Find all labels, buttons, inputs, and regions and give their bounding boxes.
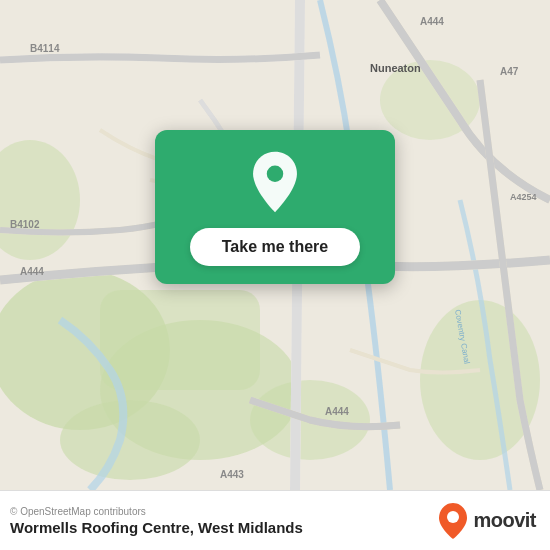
svg-rect-6 (100, 290, 260, 390)
moovit-brand-text: moovit (473, 509, 536, 532)
location-pin-icon (247, 150, 303, 214)
svg-point-8 (60, 400, 200, 480)
svg-text:A47: A47 (500, 66, 519, 77)
svg-text:B4102: B4102 (10, 219, 40, 230)
svg-point-20 (447, 511, 459, 523)
osm-attribution: © OpenStreetMap contributors (10, 506, 303, 517)
svg-text:B4114: B4114 (30, 43, 60, 54)
svg-text:A444: A444 (20, 266, 44, 277)
bottom-info: © OpenStreetMap contributors Wormells Ro… (10, 506, 303, 536)
action-card: Take me there (155, 130, 395, 284)
svg-point-19 (267, 166, 283, 182)
svg-text:A4254: A4254 (510, 192, 537, 202)
map-container: B4114 A444 A47 A4254 B4102 A444 A444 A44… (0, 0, 550, 490)
svg-text:Nuneaton: Nuneaton (370, 62, 421, 74)
moovit-pin-icon (437, 502, 469, 540)
svg-text:A443: A443 (220, 469, 244, 480)
svg-text:A444: A444 (325, 406, 349, 417)
svg-point-4 (420, 300, 540, 460)
moovit-logo: moovit (437, 502, 536, 540)
svg-text:A444: A444 (420, 16, 444, 27)
location-name: Wormells Roofing Centre, West Midlands (10, 519, 303, 536)
bottom-bar: © OpenStreetMap contributors Wormells Ro… (0, 490, 550, 550)
take-me-there-button[interactable]: Take me there (190, 228, 360, 266)
